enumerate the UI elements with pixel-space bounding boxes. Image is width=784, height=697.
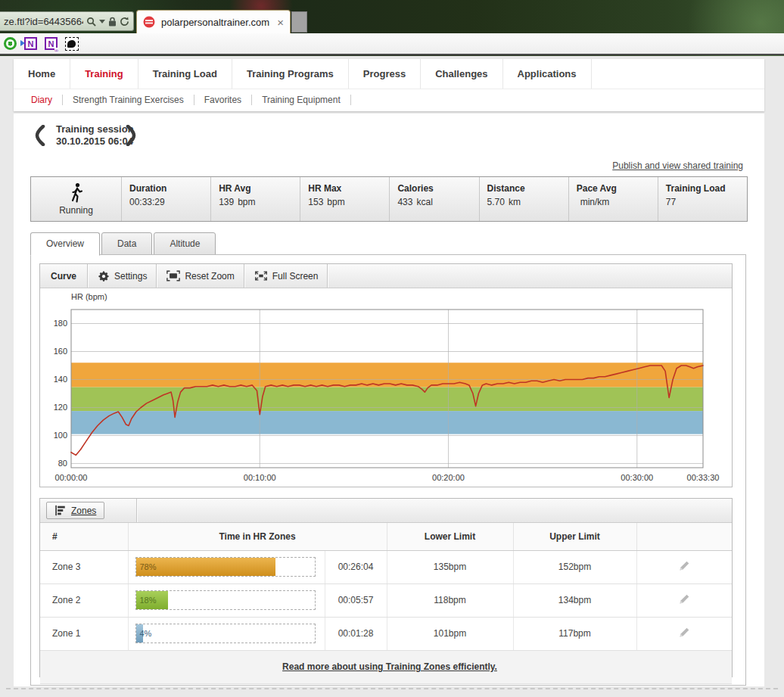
nav-item[interactable]: Applications <box>503 59 592 89</box>
zone-time: 00:01:28 <box>325 617 387 650</box>
nav-item[interactable]: Challenges <box>421 59 502 89</box>
zones-toolbar: Zones <box>40 499 732 523</box>
stat-cell: Distance 5.70km <box>480 177 569 221</box>
stat-value: 00:33:29 <box>129 197 210 207</box>
stat-label: HR Avg <box>219 183 300 194</box>
stat-value: 153bpm <box>308 197 389 207</box>
zone-bar-fill <box>136 558 275 576</box>
tab-close-icon[interactable]: × <box>277 17 284 28</box>
svg-text:00:00:00: 00:00:00 <box>55 473 88 482</box>
training-session-page: Training session 30.10.2015 06:04 Publis… <box>14 114 764 686</box>
onenote-send-icon[interactable]: N <box>23 36 38 51</box>
svg-text:80: 80 <box>58 459 67 468</box>
hr-curve-panel: Curve Settings Reset Zoom <box>39 263 733 487</box>
zones-bars-icon <box>54 505 66 516</box>
zone-time: 00:05:57 <box>325 583 387 617</box>
publish-shared-training-link[interactable]: Publish and view shared training <box>612 160 743 171</box>
stat-value: 139bpm <box>219 197 300 207</box>
nav-item[interactable]: Training <box>70 59 138 89</box>
stat-value: min/km <box>577 197 658 207</box>
hr-chart[interactable]: 8010012014016018000:00:0000:10:0000:20:0… <box>40 288 733 487</box>
view-tab[interactable]: Overview <box>30 232 100 256</box>
zone-row: Zone 2 18% 00:05:57 118bpm 134bpm <box>40 583 732 617</box>
running-person-icon <box>67 182 86 205</box>
address-bar[interactable]: ze.ftl?id=6443566448 <box>0 11 134 31</box>
edit-pencil-icon[interactable] <box>677 559 691 573</box>
zones-footer-row: Read more about using Training Zones eff… <box>40 650 732 683</box>
zone-bar-cell: 4% <box>128 617 325 650</box>
new-tab-stub[interactable] <box>291 11 307 33</box>
zone-percent-label: 78% <box>140 562 157 571</box>
svg-text:160: 160 <box>54 347 67 356</box>
stat-cell: Calories 433kcal <box>390 177 479 221</box>
zone-edit-cell <box>636 550 732 583</box>
subnav-item[interactable]: Strength Training Exercises <box>63 95 194 105</box>
settings-button[interactable]: Settings <box>89 264 156 288</box>
col-header-lower-limit: Lower Limit <box>387 523 513 550</box>
col-header-upper-limit: Upper Limit <box>513 523 636 550</box>
toolbar-separator <box>136 499 138 522</box>
chevron-down-icon[interactable] <box>99 20 105 23</box>
zones-button[interactable]: Zones <box>46 502 104 519</box>
svg-text:100: 100 <box>54 431 67 440</box>
zone-lower-limit: 118bpm <box>387 583 513 617</box>
lock-icon <box>108 17 117 26</box>
svg-text:00:20:00: 00:20:00 <box>432 473 465 482</box>
zone-percent-label: 18% <box>140 596 157 605</box>
next-session-chevron-icon[interactable] <box>126 125 138 146</box>
stat-label: Duration <box>129 183 210 194</box>
nav-item[interactable]: Training Load <box>138 59 232 89</box>
training-zones-info-link[interactable]: Read more about using Training Zones eff… <box>282 661 497 672</box>
subnav-item[interactable]: Training Equipment <box>252 95 351 105</box>
zone-lower-limit: 101bpm <box>387 617 513 650</box>
stat-cell: HR Max 153bpm <box>300 177 390 221</box>
evernote-clipper-icon[interactable] <box>64 36 79 51</box>
stat-label: Calories <box>397 183 478 194</box>
previous-session-chevron-icon[interactable] <box>33 125 45 146</box>
search-icon[interactable] <box>86 17 96 26</box>
gear-icon <box>98 270 110 282</box>
session-title: Training session 30.10.2015 06:04 <box>56 123 134 148</box>
zone-bar-track: 4% <box>135 624 316 643</box>
stat-value: 77 <box>666 197 747 207</box>
zone-time: 00:26:04 <box>325 550 387 583</box>
stat-cell: Training Load 77 <box>658 177 747 221</box>
nav-item[interactable]: Progress <box>349 59 421 89</box>
view-tab[interactable]: Data <box>101 232 152 255</box>
browser-tab[interactable]: polarpersonaltrainer.com × <box>136 10 291 33</box>
zone-name: Zone 3 <box>40 550 128 583</box>
zone-bar-track: 18% <box>135 590 316 610</box>
session-summary-bar: Running Duration 00:33:29 HR Avg 139bpm <box>30 176 748 222</box>
stat-value: 433kcal <box>397 197 478 207</box>
zone-edit-cell <box>636 617 732 650</box>
nav-item[interactable]: Training Programs <box>232 59 349 89</box>
site-navigation: HomeTrainingTraining LoadTraining Progra… <box>14 59 764 111</box>
col-header-num: # <box>40 523 128 550</box>
zone-upper-limit: 152bpm <box>513 550 636 583</box>
subnav-item[interactable]: Favorites <box>194 95 252 105</box>
reset-zoom-button[interactable]: Reset Zoom <box>157 264 243 288</box>
svg-text:00:10:00: 00:10:00 <box>244 473 276 482</box>
browser-toolbar: N N∞ <box>0 33 784 55</box>
polar-favicon-icon <box>143 16 155 28</box>
edit-pencil-icon[interactable] <box>677 626 691 639</box>
edit-pencil-icon[interactable] <box>677 593 691 606</box>
subnav-item[interactable]: Diary <box>21 95 63 105</box>
url-text[interactable]: ze.ftl?id=6443566448 <box>4 16 83 27</box>
refresh-icon[interactable] <box>120 17 129 26</box>
svg-text:180: 180 <box>54 319 67 328</box>
view-tabs: OverviewDataAltitude <box>30 232 216 256</box>
reset-zoom-icon <box>166 270 180 282</box>
zone-edit-cell <box>636 583 732 617</box>
screen: polarpersonaltrainer.com × ze.ftl?id=644… <box>0 0 784 697</box>
full-screen-icon <box>254 270 268 282</box>
stat-cell: Duration 00:33:29 <box>122 177 211 221</box>
sport-cell: Running <box>31 177 122 221</box>
onenote-link-icon[interactable]: N∞ <box>44 36 58 51</box>
view-tab[interactable]: Altitude <box>154 232 216 255</box>
full-screen-button[interactable]: Full Screen <box>245 264 328 288</box>
nav-item[interactable]: Home <box>14 59 70 89</box>
green-ring-icon[interactable] <box>3 36 17 51</box>
col-header-edit <box>636 523 732 550</box>
zone-upper-limit: 134bpm <box>513 583 636 617</box>
